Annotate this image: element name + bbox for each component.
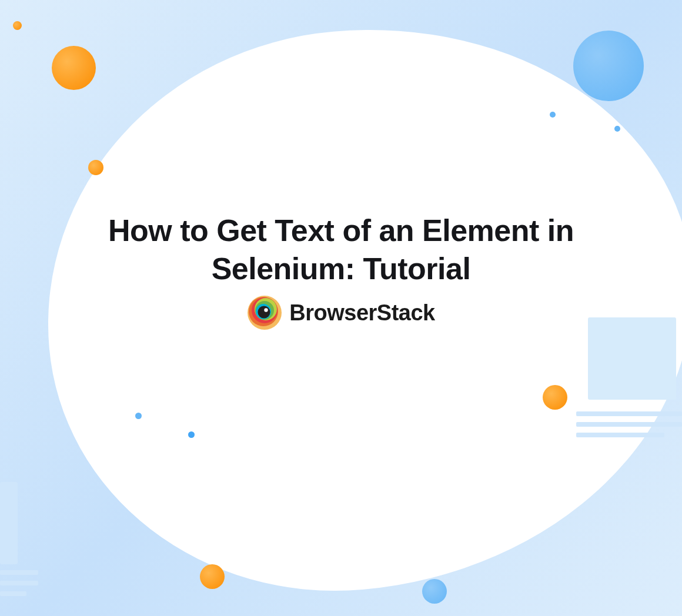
decorative-circle-orange <box>543 385 567 410</box>
decorative-dot <box>13 21 22 30</box>
decorative-shape <box>588 317 682 443</box>
decorative-dot <box>550 112 556 118</box>
decorative-dot <box>188 431 195 438</box>
main-content: How to Get Text of an Element in Seleniu… <box>0 212 682 330</box>
brand-logo: BrowserStack <box>0 295 682 330</box>
page-title: How to Get Text of an Element in Seleniu… <box>91 212 591 288</box>
brand-name: BrowserStack <box>289 300 434 326</box>
decorative-dot <box>135 413 142 419</box>
decorative-shape <box>0 482 18 564</box>
svg-point-6 <box>258 306 270 319</box>
browserstack-logo-icon <box>247 295 282 330</box>
svg-point-7 <box>265 308 268 312</box>
decorative-circle-orange <box>52 46 96 90</box>
decorative-circle-blue <box>573 31 644 101</box>
decorative-circle-orange <box>200 564 225 589</box>
decorative-dot <box>614 126 620 132</box>
decorative-shape <box>0 570 38 602</box>
decorative-dot <box>88 160 103 175</box>
decorative-circle-blue <box>422 579 447 604</box>
